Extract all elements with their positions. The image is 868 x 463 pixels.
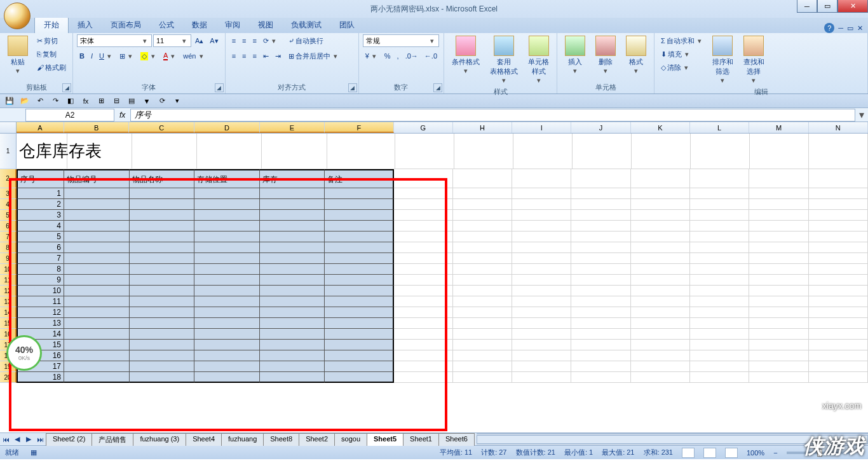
cell[interactable]	[394, 296, 453, 307]
cell[interactable]: 13	[17, 318, 64, 329]
qat-btn8[interactable]: ⊟	[111, 95, 122, 107]
worksheet-grid[interactable]: ABCDEFGHIJKLMN 1仓库库存表2序号物品编号物品名称存储位置库存备注…	[0, 122, 868, 432]
col-header-F[interactable]: F	[325, 122, 393, 133]
cell[interactable]	[749, 372, 808, 383]
font-color-button[interactable]: A▾	[161, 50, 179, 62]
cell[interactable]	[632, 134, 691, 169]
cell[interactable]	[64, 361, 130, 372]
cell[interactable]: 3	[17, 210, 64, 221]
cell[interactable]	[64, 318, 130, 329]
cell[interactable]	[260, 232, 325, 242]
cell[interactable]	[394, 318, 453, 329]
cell[interactable]	[512, 329, 571, 340]
cell[interactable]	[194, 329, 260, 340]
cell[interactable]	[64, 275, 130, 286]
ribbon-restore-icon[interactable]: ▭	[847, 24, 853, 32]
cell[interactable]	[631, 253, 690, 264]
cell[interactable]	[325, 350, 393, 361]
row-header[interactable]: 7	[0, 232, 17, 242]
cell[interactable]	[394, 340, 453, 350]
cell[interactable]	[690, 361, 749, 372]
cell[interactable]	[690, 372, 749, 383]
cell[interactable]	[631, 210, 690, 221]
qat-btn7[interactable]: ⊞	[95, 95, 107, 107]
cell[interactable]	[512, 169, 571, 188]
sheet-tab[interactable]: fuzhuang	[221, 433, 264, 446]
cell[interactable]	[64, 340, 130, 350]
cell[interactable]	[325, 340, 393, 350]
cell[interactable]	[809, 340, 868, 350]
cell[interactable]	[64, 242, 130, 253]
cell[interactable]	[809, 329, 868, 340]
row-header[interactable]: 6	[0, 221, 17, 232]
cell[interactable]	[809, 232, 868, 242]
cell[interactable]	[631, 221, 690, 232]
cell[interactable]	[394, 264, 453, 275]
cell[interactable]	[260, 242, 325, 253]
cell[interactable]	[64, 350, 130, 361]
cell[interactable]	[690, 169, 749, 188]
tab-insert[interactable]: 插入	[69, 17, 102, 33]
col-header-L[interactable]: L	[690, 122, 749, 133]
sheet-tab[interactable]: 产品销售	[92, 433, 133, 446]
cell[interactable]	[749, 307, 808, 318]
cell[interactable]	[394, 221, 453, 232]
increase-decimal[interactable]: .0→	[403, 50, 421, 62]
cell[interactable]	[394, 169, 453, 188]
phonetic-button[interactable]: wén▾	[180, 50, 207, 62]
col-header-I[interactable]: I	[512, 122, 571, 133]
cell[interactable]	[325, 242, 393, 253]
minimize-button[interactable]: ─	[797, 0, 817, 13]
close-button[interactable]: ✕	[837, 0, 868, 13]
underline-button[interactable]: U▾	[97, 50, 116, 62]
cell[interactable]	[453, 340, 512, 350]
cell[interactable]	[194, 361, 260, 372]
cell[interactable]	[130, 199, 195, 210]
cell[interactable]	[809, 372, 868, 383]
col-header-B[interactable]: B	[64, 122, 130, 133]
cell[interactable]	[64, 232, 130, 242]
cell[interactable]	[130, 307, 195, 318]
cell[interactable]	[571, 199, 630, 210]
cell[interactable]	[571, 188, 630, 199]
cell[interactable]	[394, 329, 453, 340]
cell[interactable]	[130, 221, 195, 232]
cell[interactable]	[690, 286, 749, 296]
cell[interactable]	[194, 199, 260, 210]
insert-cells-button[interactable]: 插入▾	[561, 34, 589, 76]
row-header[interactable]: 10	[0, 264, 17, 275]
cell[interactable]	[260, 199, 325, 210]
sheet-nav-last[interactable]: ⏭	[34, 436, 46, 443]
cell[interactable]	[571, 340, 630, 350]
sheet-tab[interactable]: Sheet8	[263, 433, 299, 446]
format-painter-button[interactable]: 🖌 格式刷	[34, 61, 69, 74]
cell[interactable]	[571, 232, 630, 242]
qat-redo[interactable]: ↷	[50, 95, 61, 107]
qat-open[interactable]: 📂	[19, 95, 31, 107]
ribbon-minimize-icon[interactable]: ─	[838, 24, 843, 32]
tab-review[interactable]: 审阅	[216, 17, 249, 33]
cell[interactable]	[394, 361, 453, 372]
cell[interactable]	[571, 253, 630, 264]
cell[interactable]	[631, 242, 690, 253]
sheet-nav-first[interactable]: ⏮	[0, 436, 11, 443]
cell[interactable]	[395, 134, 454, 169]
cell[interactable]: 仓库库存表	[17, 134, 67, 169]
cell[interactable]	[809, 350, 868, 361]
cell[interactable]	[394, 210, 453, 221]
cell[interactable]	[631, 361, 690, 372]
cell[interactable]	[690, 307, 749, 318]
cell[interactable]	[571, 372, 630, 383]
fill-color-button[interactable]: ◇▾	[138, 50, 159, 62]
cell[interactable]	[631, 340, 690, 350]
cell[interactable]	[194, 350, 260, 361]
border-button[interactable]: ⊞▾	[117, 50, 137, 62]
cell[interactable]	[394, 253, 453, 264]
cell[interactable]	[749, 253, 808, 264]
cell[interactable]	[394, 350, 453, 361]
row-header[interactable]: 13	[0, 296, 17, 307]
cell[interactable]	[571, 350, 630, 361]
cell[interactable]: 11	[17, 296, 64, 307]
cell[interactable]	[571, 242, 630, 253]
view-break[interactable]	[725, 448, 738, 458]
